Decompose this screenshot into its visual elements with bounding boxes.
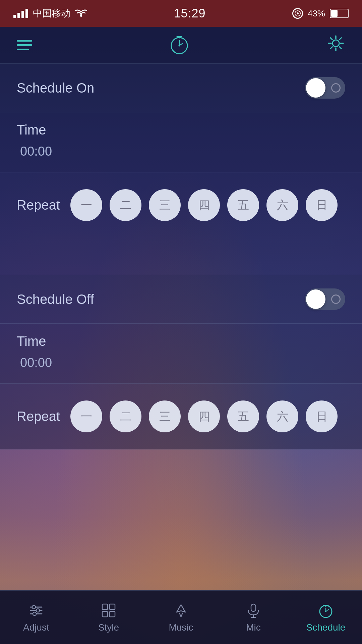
repeat-on-days: 一 二 三 四 五 六 日	[70, 189, 338, 221]
toggle-off-knob	[306, 289, 325, 309]
menu-button[interactable]	[17, 40, 32, 50]
day-btn-thu-on[interactable]: 四	[188, 189, 220, 221]
repeat-off-label: Repeat	[17, 409, 60, 424]
schedule-on-label: Schedule On	[17, 80, 94, 96]
day-btn-mon-on[interactable]: 一	[70, 189, 102, 221]
tab-mic[interactable]: Mic	[227, 602, 280, 633]
tab-music-label: Music	[169, 622, 193, 633]
svg-point-0	[80, 15, 82, 17]
tab-adjust-label: Adjust	[23, 622, 49, 633]
time-off-label: Time	[17, 334, 345, 349]
schedule-off-row: Schedule Off	[0, 275, 362, 324]
day-btn-sat-on[interactable]: 六	[266, 189, 298, 221]
svg-rect-16	[251, 604, 256, 611]
tab-music[interactable]: Music	[154, 602, 208, 633]
svg-point-5	[333, 40, 339, 47]
bottom-tab-bar: Adjust Style Music Mic	[0, 590, 362, 644]
signal-icon	[13, 9, 28, 18]
wifi-icon	[75, 8, 87, 19]
tab-schedule[interactable]: Schedule	[299, 602, 353, 633]
carrier-label: 中国移动	[33, 7, 70, 20]
time-off-row[interactable]: Time 00:00	[0, 324, 362, 384]
day-btn-wed-off[interactable]: 三	[149, 400, 181, 432]
tab-schedule-label: Schedule	[306, 622, 346, 633]
top-nav	[0, 27, 362, 64]
status-right: 43%	[292, 8, 349, 19]
day-btn-tue-on[interactable]: 二	[110, 189, 141, 221]
settings-button[interactable]	[326, 34, 345, 57]
toggle-on-knob	[306, 78, 325, 98]
day-btn-sun-on[interactable]: 日	[306, 189, 338, 221]
svg-rect-15	[110, 611, 115, 617]
time-on-row[interactable]: Time 00:00	[0, 112, 362, 172]
tab-mic-label: Mic	[246, 622, 261, 633]
svg-point-2	[297, 12, 299, 14]
day-btn-thu-off[interactable]: 四	[188, 400, 220, 432]
time-off-value: 00:00	[17, 356, 345, 370]
tab-adjust[interactable]: Adjust	[9, 602, 63, 633]
svg-point-9	[32, 605, 36, 609]
day-btn-sat-off[interactable]: 六	[266, 400, 298, 432]
day-btn-mon-off[interactable]: 一	[70, 400, 102, 432]
battery-icon	[330, 9, 349, 18]
svg-rect-13	[110, 604, 115, 609]
repeat-off-days: 一 二 三 四 五 六 日	[70, 400, 338, 432]
schedule-off-toggle[interactable]	[305, 288, 345, 310]
day-btn-sun-off[interactable]: 日	[306, 400, 338, 432]
tab-style[interactable]: Style	[82, 602, 135, 633]
day-btn-tue-off[interactable]: 二	[110, 400, 141, 432]
schedule-on-toggle[interactable]	[305, 77, 345, 99]
svg-rect-14	[102, 611, 108, 617]
toggle-on-indicator	[331, 83, 341, 93]
svg-rect-12	[102, 604, 108, 609]
time-on-label: Time	[17, 122, 345, 138]
main-content: Schedule On Time 00:00 Repeat 一 二 三 四 五 …	[0, 64, 362, 607]
lock-icon	[292, 8, 303, 19]
timer-icon[interactable]	[169, 34, 190, 57]
svg-point-11	[33, 612, 36, 615]
time-on-value: 00:00	[17, 144, 345, 159]
schedule-off-label: Schedule Off	[17, 292, 94, 307]
schedule-on-row: Schedule On	[0, 64, 362, 112]
status-bar: 中国移动 15:29 43%	[0, 0, 362, 27]
repeat-on-row: Repeat 一 二 三 四 五 六 日	[0, 172, 362, 275]
svg-point-20	[325, 611, 326, 612]
repeat-on-label: Repeat	[17, 198, 60, 213]
battery-percent: 43%	[308, 8, 325, 19]
status-left: 中国移动	[13, 7, 87, 20]
toggle-off-indicator	[331, 294, 341, 304]
repeat-off-row: Repeat 一 二 三 四 五 六 日	[0, 384, 362, 449]
svg-point-4	[179, 45, 180, 46]
day-btn-wed-on[interactable]: 三	[149, 189, 181, 221]
clock-time: 15:29	[174, 6, 205, 20]
svg-point-10	[36, 609, 40, 612]
day-btn-fri-off[interactable]: 五	[227, 400, 259, 432]
tab-style-label: Style	[98, 622, 119, 633]
day-btn-fri-on[interactable]: 五	[227, 189, 259, 221]
